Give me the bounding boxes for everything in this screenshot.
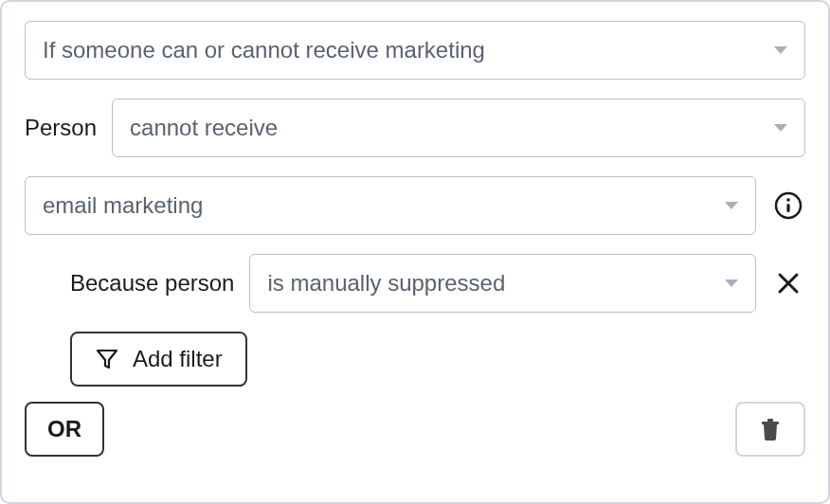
reason-row: Because person is manually suppressed	[25, 254, 805, 313]
channel-dropdown[interactable]: email marketing	[25, 176, 756, 235]
delete-button[interactable]	[735, 402, 805, 457]
person-row: Person cannot receive	[25, 99, 805, 157]
add-filter-button[interactable]: Add filter	[70, 332, 247, 387]
add-filter-row: Add filter	[25, 332, 805, 387]
svg-rect-6	[767, 419, 773, 422]
or-label: OR	[47, 416, 81, 442]
reason-text: is manually suppressed	[267, 270, 505, 297]
svg-rect-2	[786, 204, 789, 212]
info-icon	[774, 191, 803, 220]
trash-icon	[760, 417, 781, 441]
person-label: Person	[25, 115, 97, 141]
chevron-down-icon	[774, 124, 787, 132]
receive-mode-dropdown[interactable]: cannot receive	[112, 99, 805, 157]
remove-reason-button[interactable]	[771, 266, 805, 300]
or-button[interactable]: OR	[25, 402, 104, 457]
condition-row: If someone can or cannot receive marketi…	[25, 21, 805, 80]
close-icon	[776, 271, 801, 296]
svg-point-1	[786, 198, 790, 202]
condition-dropdown-text: If someone can or cannot receive marketi…	[43, 37, 485, 63]
filter-builder-panel: If someone can or cannot receive marketi…	[0, 0, 830, 504]
chevron-down-icon	[725, 202, 738, 209]
reason-dropdown[interactable]: is manually suppressed	[249, 254, 756, 313]
chevron-down-icon	[774, 46, 787, 54]
funnel-icon	[95, 347, 119, 371]
because-label: Because person	[70, 270, 234, 297]
condition-dropdown[interactable]: If someone can or cannot receive marketi…	[25, 21, 805, 80]
svg-rect-5	[762, 422, 779, 424]
channel-row: email marketing	[25, 176, 805, 235]
add-filter-label: Add filter	[133, 346, 223, 372]
bottom-row: OR	[25, 402, 805, 457]
channel-text: email marketing	[43, 192, 203, 219]
receive-mode-text: cannot receive	[130, 115, 278, 141]
chevron-down-icon	[725, 279, 738, 287]
info-button[interactable]	[771, 189, 805, 223]
